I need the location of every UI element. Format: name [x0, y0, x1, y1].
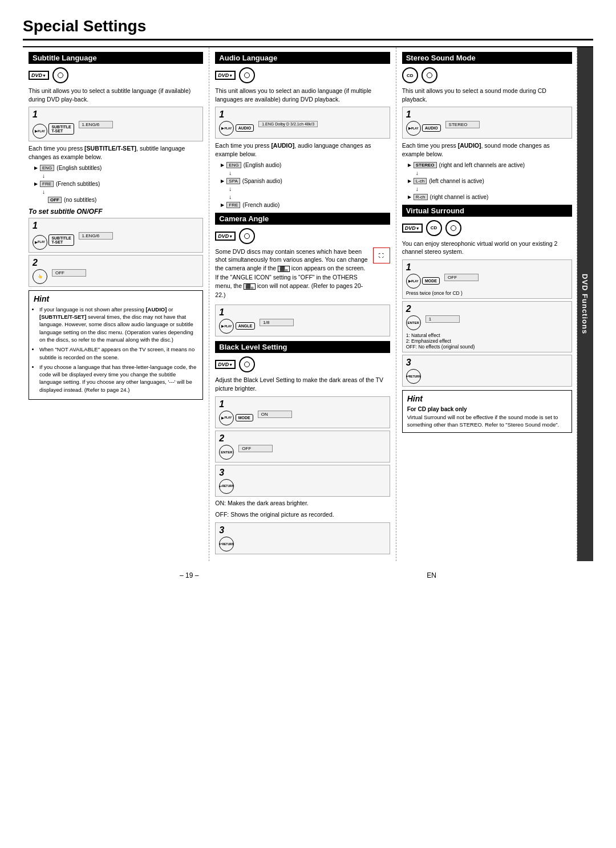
subtitle-hint-box: Hint If your language is not shown after…	[29, 290, 203, 400]
step2b-num: 2	[33, 258, 199, 268]
camera-angle-desc: Some DVD discs may contain scenes which …	[215, 247, 369, 299]
camera-screen1: 1/8	[260, 319, 294, 326]
camera-step1-num: 1	[219, 307, 386, 318]
black-level-desc: Adjust the Black Level Setting to make t…	[215, 376, 390, 392]
main-columns: Subtitle Language DVD▼ This unit allows …	[23, 46, 593, 561]
bl-step1-num: 1	[219, 399, 386, 409]
audio-language-header: Audio Language	[215, 52, 390, 64]
stereo-step1-num: 1	[406, 109, 568, 120]
return-btn-vs: ↩RETURN	[406, 369, 421, 384]
vs-effect-2: 2: Emphasized effect	[406, 338, 568, 344]
dvdv-badge: DVD▼	[29, 71, 49, 80]
subtitle-step2b-diagram: 2 👆 OFF	[29, 255, 203, 287]
camera-disc-icon	[239, 228, 255, 244]
footer-lang: EN	[427, 571, 436, 579]
return-btn1: ↩RETURN	[219, 479, 234, 494]
mode-btn-vs: MODE	[422, 277, 440, 285]
audio-step1-num: 1	[219, 109, 386, 120]
audio-btn: AUDIO	[236, 124, 254, 132]
vs-effects-list: 1: Natural effect 2: Emphasized effect O…	[406, 332, 568, 350]
audio-screen1: 1.ENG Dolby D 3/2.1ch 48k/3	[258, 121, 318, 127]
bl-play-btn: ▶PLAY	[219, 411, 234, 425]
audio-step1-diagram: 1 ▶PLAY AUDIO 1.ENG Dolby D 3/2.1ch 48k/…	[215, 107, 390, 139]
finger-btn-2b: 👆	[33, 269, 47, 284]
bl-dvdv-badge: DVD▼	[215, 360, 236, 369]
audio-dvdv-badge: DVD▼	[215, 71, 236, 80]
black-level-icons: DVD▼	[215, 356, 390, 372]
step1-num: 1	[33, 109, 199, 120]
camera-step1-diagram: 1 ▶PLAY ANGLE 1/8	[215, 305, 390, 336]
stereo-instruction: Each time you press [AUDIO], sound mode …	[402, 141, 572, 158]
audio-chain-spa: SPA (Spanish audio)	[221, 178, 390, 184]
dvd-functions-tab: DVD Functions	[577, 47, 593, 561]
black-level-header: Black Level Setting	[215, 341, 390, 353]
play-btn-diagram: ▶PLAY	[33, 124, 47, 139]
subtitle-step1b-diagram: 1 ▶PLAY SUBTITLET-SET 1.ENG/6	[29, 218, 203, 253]
subtitle-instruction: Each time you press [SUBTITLE/T-SET], su…	[29, 144, 203, 161]
bl-on-note: ON: Makes the dark areas brighter.	[215, 499, 390, 508]
bl-disc-icon	[239, 356, 255, 372]
subtitle-chain-fre: FRE (French subtitles)	[34, 181, 203, 187]
enter-btn1: ENTER	[219, 445, 234, 460]
vs-effect-1: 1: Natural effect	[406, 332, 568, 338]
vs-hint-title: Hint	[407, 394, 567, 403]
camera-dvdv-badge: DVD▼	[215, 232, 236, 241]
vs-hint-cd-label: For CD play back only	[407, 405, 567, 413]
audio-play-btn: ▶PLAY	[219, 121, 234, 136]
subtitle-language-header: Subtitle Language	[29, 52, 203, 64]
stereo-screen1: STEREO	[445, 121, 480, 128]
stereo-desc: This unit allows you to select a sound m…	[402, 87, 572, 103]
stereo-icons: CD	[402, 67, 572, 83]
stereo-chain-rch: R-ch (right channel is active)	[408, 194, 572, 200]
angle-icon-box: ⛶	[373, 247, 390, 263]
bl-step2-diagram: 2 ENTER OFF	[215, 431, 390, 462]
subtitle-step1-diagram: 1 ▶PLAY SUBTITLET-SET 1.ENG/6	[29, 107, 203, 141]
vs-disc-icon	[445, 220, 461, 236]
vs-hint-cd-text: Virtual Surround will not be effective i…	[407, 413, 567, 429]
vs-cd-badge: CD	[426, 220, 442, 236]
vs-step2-diagram: 2 ENTER 1 1: Natural effect 2: Emphasize…	[402, 301, 572, 352]
bl-step3-num: 3	[219, 468, 386, 478]
audio-language-section: Audio Language DVD▼ This unit allows you…	[209, 47, 396, 561]
stereo-chain-list: STEREO (right and left channels are acti…	[408, 162, 572, 200]
subtitle-screen1: 1.ENG/6	[79, 121, 113, 128]
subtitle-screen2b: OFF	[52, 269, 86, 277]
hint-item-3: If you choose a language that has three-…	[39, 363, 198, 393]
bl-screen2: OFF	[238, 445, 273, 452]
vs-step1-num: 1	[406, 262, 568, 273]
subtitle-on-off-title: To set subtitle ON/OFF	[29, 208, 203, 216]
subtitle-icons: DVD▼	[29, 67, 203, 83]
bl-step3b-diagram: 3 ↩RETURN	[215, 522, 390, 554]
subtitle-language-section: Subtitle Language DVD▼ This unit allows …	[23, 47, 209, 561]
vs-screen2: 1	[425, 315, 460, 323]
stereo-disc-icon	[422, 67, 437, 83]
vs-play-btn: ▶PLAY	[406, 274, 421, 289]
mode-btn1: MODE	[236, 414, 253, 421]
vs-step3-diagram: 3 ↩RETURN	[402, 355, 572, 387]
stereo-step1-diagram: 1 ▶PLAY AUDIO STEREO	[402, 107, 572, 139]
virtual-surround-header: Virtual Surround	[402, 205, 572, 217]
subtitle-desc: This unit allows you to select a subtitl…	[29, 87, 203, 103]
camera-play-btn: ▶PLAY	[219, 319, 234, 334]
subtitle-hint-list: If your language is not shown after pres…	[34, 306, 198, 393]
stereo-cd-badge: CD	[402, 67, 418, 83]
dvd-disc-icon	[52, 67, 68, 83]
subtitle-hint-title: Hint	[34, 294, 198, 303]
footer-page-num: – 19 –	[180, 571, 198, 579]
bl-step3-diagram: 3 ↩RETURN	[215, 465, 390, 497]
hint-item-2: When "NOT AVAILABLE" appears on the TV s…	[39, 346, 198, 361]
subtitle-tset-btn-b: SUBTITLET-SET	[48, 234, 74, 246]
angle-btn: ANGLE	[236, 322, 256, 330]
vs-hint-box: Hint For CD play back only Virtual Surro…	[402, 390, 572, 433]
audio-chain-list: ENG (English audio) ↓ SPA (Spanish audio…	[221, 162, 390, 208]
bl-off-note: OFF: Shows the original picture as recor…	[215, 510, 390, 519]
vs-step3-num: 3	[406, 358, 568, 368]
audio-icons: DVD▼	[215, 67, 390, 83]
subtitle-screen1b: 1.ENG/6	[79, 232, 113, 240]
play-btn-b: ▶PLAY	[33, 235, 47, 250]
stereo-section: Stereo Sound Mode CD This unit allows yo…	[396, 47, 577, 561]
audio-chain-fre: FRE (French audio)	[221, 202, 390, 208]
enter-btn-vs: ENTER	[406, 315, 421, 330]
stereo-audio-btn: AUDIO	[422, 124, 441, 132]
subtitle-chain-eng: ENG (English subtitles)	[34, 165, 203, 171]
